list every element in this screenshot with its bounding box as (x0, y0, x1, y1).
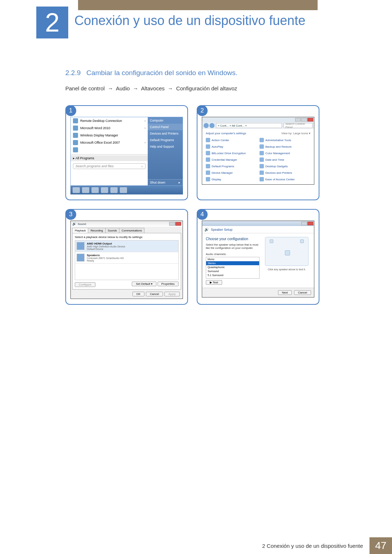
speaker-setup-dialog: Speaker Setup Choose your configuration … (202, 221, 314, 297)
close-icon[interactable] (307, 118, 313, 122)
speaker-diagram (265, 237, 309, 266)
cp-link[interactable]: Backup and Restore (260, 144, 310, 149)
ok-button[interactable]: OK (132, 292, 145, 296)
sm-item[interactable] (71, 146, 148, 153)
cp-link[interactable]: Administrative Tools (260, 138, 310, 142)
speaker-icon[interactable] (270, 239, 273, 243)
taskbar-icon[interactable] (91, 187, 99, 193)
screenshot-step-1: 1 Remote Desktop Connection Microsoft Wo… (65, 105, 188, 200)
test-button[interactable]: ▶ Test (206, 280, 222, 285)
screenshot-step-2: 2 « Cont... » All Cont... » Search Contr… (197, 105, 319, 200)
list-item[interactable]: Quadraphonic (206, 265, 259, 269)
control-panel-window: « Cont... » All Cont... » Search Control… (202, 117, 314, 185)
sm-item[interactable]: Wireless Display Manager (71, 132, 148, 139)
sm-right-item[interactable]: Computer (148, 117, 183, 124)
sm-item[interactable]: Remote Desktop Connection (71, 117, 148, 124)
cp-link[interactable]: AutoPlay (206, 144, 257, 149)
device-list[interactable]: AMD HDMI OutputAMD High Definition Audio… (75, 240, 179, 280)
page-number: 47 (369, 537, 392, 554)
sm-right-item[interactable]: Help and Support (148, 143, 183, 150)
channels-label: Audio channels: (206, 253, 260, 256)
device-icon (77, 242, 85, 250)
cp-link[interactable]: Display (206, 177, 257, 181)
taskbar-icon[interactable] (110, 187, 118, 193)
section-heading: 2.2.9 Cambiar la configuración del sonid… (65, 69, 237, 77)
channels-list[interactable]: Mono Stereo Quadraphonic Surround 5.1 Su… (206, 257, 260, 279)
shutdown-button[interactable]: Shut down (148, 179, 183, 185)
section-number: 2.2.9 (65, 69, 81, 77)
sm-item[interactable]: Microsoft Office Excel 2007 (71, 139, 148, 146)
chapter-number-badge: 2 (36, 7, 68, 38)
cancel-button[interactable]: Cancel (146, 292, 163, 296)
list-item[interactable]: Surround (206, 269, 259, 273)
minimize-icon[interactable] (301, 222, 307, 225)
tab-recording[interactable]: Recording (88, 228, 105, 233)
device-item[interactable]: AMD HDMI OutputAMD High Definition Audio… (75, 241, 178, 252)
dialog-header: Speaker Setup (202, 226, 314, 233)
taskbar-icon[interactable] (82, 187, 89, 193)
search-input[interactable]: Search programs and files (73, 163, 146, 169)
tab-playback[interactable]: Playback (72, 228, 88, 233)
sm-item[interactable]: Microsoft Word 2010 (71, 124, 148, 132)
cp-link[interactable]: Device Manager (206, 171, 257, 175)
taskbar-icon[interactable] (120, 187, 127, 193)
cp-heading: Adjust your computer's settings (206, 132, 246, 135)
nav-back-icon[interactable] (204, 123, 209, 128)
diagram-hint: Click any speaker above to test it. (268, 268, 306, 271)
minimize-icon[interactable] (169, 222, 175, 226)
cp-link[interactable]: Ease of Access Center (260, 177, 310, 181)
screenshot-step-3: 3 Sound Playback Recording Sounds Commun… (65, 209, 188, 305)
cp-link[interactable]: Action Center (206, 138, 257, 142)
sm-right-item[interactable]: Devices and Printers (148, 130, 183, 137)
cp-link[interactable]: Color Management (260, 151, 310, 155)
step-badge: 4 (197, 209, 208, 220)
tab-sounds[interactable]: Sounds (105, 228, 119, 233)
device-item[interactable]: SpeakersConexant 20671 SmartAudio HDRead… (75, 252, 178, 264)
step-badge: 1 (65, 105, 76, 116)
view-by-dropdown[interactable]: View by: Large icons ▾ (281, 132, 310, 135)
close-icon[interactable] (307, 222, 313, 225)
speaker-icon[interactable] (285, 250, 290, 255)
wizard-text: Select the speaker setup below that is m… (206, 243, 260, 250)
next-button[interactable]: Next (278, 290, 292, 295)
app-icon (73, 140, 78, 145)
list-item[interactable]: 5.1 Surround (206, 273, 259, 277)
cp-link[interactable]: Devices and Printers (260, 171, 310, 175)
set-default-button[interactable]: Set Default (132, 282, 156, 286)
step-badge: 2 (197, 105, 208, 116)
minimize-icon[interactable] (295, 118, 301, 122)
cp-link[interactable]: Default Programs (206, 164, 257, 168)
section-title: Cambiar la configuración del sonido en W… (86, 69, 237, 77)
sm-right-item[interactable]: Default Programs (148, 137, 183, 143)
search-input[interactable]: Search Control Panel (283, 123, 313, 128)
screenshot-step-4: 4 Speaker Setup Choose your configuratio… (197, 209, 319, 305)
configure-button[interactable]: Configure (75, 282, 95, 287)
start-orb-icon[interactable] (73, 187, 80, 193)
cp-link[interactable]: Credential Manager (206, 157, 257, 162)
list-item[interactable]: 5.1 Surround (206, 277, 259, 279)
page-footer: 2 Conexión y uso de un dispositivo fuent… (0, 537, 392, 554)
apply-button[interactable]: Apply (164, 292, 180, 296)
nav-fwd-icon[interactable] (209, 123, 215, 128)
speaker-icon[interactable] (300, 239, 304, 243)
step-badge: 3 (65, 209, 76, 220)
sound-dialog: Sound Playback Recording Sounds Communic… (70, 221, 183, 299)
cancel-button[interactable]: Cancel (294, 290, 311, 295)
cp-link[interactable]: BitLocker Drive Encryption (206, 151, 257, 155)
maximize-icon[interactable] (301, 118, 307, 122)
properties-button[interactable]: Properties (158, 282, 179, 286)
taskbar (70, 186, 183, 194)
control-panel-grid: Action Center Administrative Tools AutoP… (206, 138, 310, 181)
list-item[interactable]: Mono (206, 257, 259, 261)
taskbar-icon[interactable] (101, 187, 108, 193)
tab-communications[interactable]: Communications (119, 228, 144, 233)
sm-right-item[interactable]: Control Panel (148, 124, 183, 130)
close-icon[interactable] (175, 222, 181, 226)
cp-link[interactable]: Date and Time (260, 157, 310, 162)
address-bar[interactable]: « Cont... » All Cont... » (216, 123, 282, 128)
header-stripe (78, 0, 318, 10)
all-programs-button[interactable]: All Programs (71, 155, 148, 161)
cp-link[interactable]: Desktop Gadgets (260, 164, 310, 168)
list-item[interactable]: Stereo (206, 261, 259, 265)
app-icon (73, 133, 78, 138)
